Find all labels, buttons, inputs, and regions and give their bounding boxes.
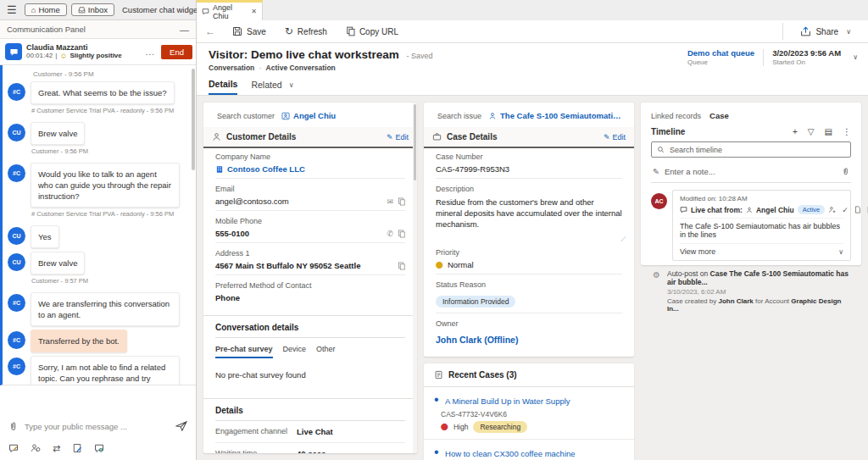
home-button[interactable]: ⌂ Home <box>25 3 67 16</box>
owner-value-link[interactable]: John Clark (Offline) <box>436 335 518 345</box>
timeline-entry-auto-post[interactable]: ⚙ Auto-post on Case The Cafe S-100 Semia… <box>653 269 851 313</box>
priority-field: Priority ⬤ Normal <box>424 244 634 276</box>
search-issue-row: Search issue The Cafe S-100 Semiautomati… <box>424 103 634 127</box>
mobile-phone-value[interactable]: 555-0100 <box>215 229 382 238</box>
add-record-icon[interactable]: + <box>793 127 798 136</box>
tab-label: Angel Chiu <box>213 3 248 20</box>
assign-person-icon[interactable] <box>828 206 836 214</box>
divider <box>763 49 764 66</box>
preferred-contact-value[interactable]: Phone <box>215 293 240 302</box>
customer-meta: Claudia Mazzanti 00:01:42 | ☺ Slightly p… <box>26 43 140 60</box>
attach-file-icon[interactable] <box>8 421 18 432</box>
tab-related[interactable]: Related ∨ <box>251 79 293 95</box>
hamburger-menu-icon[interactable]: ☰ <box>3 3 20 16</box>
refresh-button-label: Refresh <box>298 27 327 36</box>
tab-close-icon[interactable]: ✕ <box>251 8 257 15</box>
send-message-icon[interactable] <box>175 421 187 431</box>
back-button[interactable]: ← <box>198 25 222 37</box>
share-button[interactable]: Share ∨ <box>792 23 860 40</box>
timeline-entry-live-chat[interactable]: AC Modified on: 10:28 AM Live chat from:… <box>651 190 851 261</box>
tab-angel-chiu[interactable]: Angel Chiu ✕ <box>197 0 263 20</box>
resize-handle-icon[interactable]: ⟋ <box>424 236 634 244</box>
record-types-icon[interactable]: ▤ <box>825 127 832 136</box>
queue-value-link[interactable]: Demo chat queue <box>687 48 754 58</box>
message-input[interactable]: Type your public message ... <box>25 422 169 431</box>
context-label: Customer chat widget <box>122 5 200 14</box>
chat-transcript[interactable]: Customer - 9:56 PM #C Great. What seems … <box>0 65 196 385</box>
edit-case-button[interactable]: ✎ Edit <box>604 133 626 141</box>
recent-case-link[interactable]: A Mineral Build Up in Water Supply <box>445 396 570 406</box>
company-name-value-row: Contoso Coffee LLC <box>215 164 405 179</box>
address-value[interactable]: 4567 Main St Buffalo NY 95052 Seattle <box>215 261 393 270</box>
company-link[interactable]: Contoso Coffee LLC <box>215 164 305 174</box>
email-field: Email angel@contoso.com ✉ <box>203 180 417 213</box>
recent-case-item: • A Mineral Build Up in Water Supply CAS… <box>424 387 634 440</box>
timeline-search-box[interactable]: Search timeline <box>651 141 851 158</box>
view-more-row[interactable]: View more ∨ <box>680 243 843 256</box>
saved-status: - Saved <box>407 52 433 60</box>
message-meta: Customer - 9:56 PM <box>31 147 187 155</box>
save-button[interactable]: Save <box>224 23 275 40</box>
mobile-phone-label: Mobile Phone <box>215 217 405 225</box>
recent-case-link[interactable]: How to clean CX300 coffee machine <box>445 449 576 458</box>
details-section: Details Engagement channel Live Chat Wai… <box>203 398 417 453</box>
auto-post-text: for Account <box>755 297 789 305</box>
phone-call-icon[interactable]: ✆ <box>387 230 393 238</box>
auto-post-prefix: Auto-post on <box>667 269 708 278</box>
sentiment-icon: ☺ <box>59 52 67 60</box>
tab-other[interactable]: Other <box>316 345 336 358</box>
column-scrollbar[interactable] <box>413 103 417 453</box>
check-icon[interactable]: ✓ <box>842 206 849 214</box>
send-email-icon[interactable]: ✉ <box>387 197 393 206</box>
avatar: AC <box>651 193 667 209</box>
message-meta: Customer - 9:57 PM <box>31 277 187 285</box>
customer-lookup-link[interactable]: Angel Chiu <box>281 111 336 120</box>
chat-timer: 00:01:42 <box>26 52 53 60</box>
composer-toolbar: ⇄ <box>0 441 196 460</box>
customer-avatar: CU <box>8 253 25 271</box>
status-reason-label: Status Reason <box>436 280 622 289</box>
linked-records-value[interactable]: Case <box>709 111 729 120</box>
end-conversation-button[interactable]: End <box>161 45 192 59</box>
inbox-button[interactable]: Inbox <box>71 3 114 16</box>
link-chat-icon[interactable] <box>94 443 104 453</box>
refresh-button[interactable]: ↻ Refresh <box>276 22 336 41</box>
recent-case-title-row: • A Mineral Build Up in Water Supply <box>434 392 624 407</box>
notes-icon[interactable] <box>72 443 82 453</box>
document-icon[interactable] <box>854 206 861 214</box>
live-chat-contact[interactable]: Angel Chiu <box>756 206 794 214</box>
timeline-column: Linked records Case Timeline + ▽ ▤ ⋮ <box>641 103 861 453</box>
enter-note-row[interactable]: ✎ Enter a note... <box>651 163 851 183</box>
quick-replies-icon[interactable] <box>8 443 19 453</box>
edit-customer-button[interactable]: ✎ Edit <box>387 133 409 141</box>
transfer-icon[interactable]: ⇄ <box>53 443 60 454</box>
filter-icon[interactable]: ▽ <box>808 127 815 136</box>
minimize-panel-icon[interactable]: — <box>180 25 189 35</box>
tab-pre-chat-survey[interactable]: Pre-chat survey <box>215 345 273 358</box>
chevron-down-icon[interactable]: ∨ <box>853 53 858 61</box>
priority-value[interactable]: Normal <box>448 260 474 269</box>
auto-post-date: 3/10/2023, 6:02 AM <box>667 288 851 296</box>
description-value[interactable]: Residue from the customer's brew and oth… <box>436 197 622 230</box>
tab-details[interactable]: Details <box>209 79 237 95</box>
more-options-icon[interactable]: ... <box>144 47 157 57</box>
attach-file-icon[interactable] <box>842 167 849 176</box>
copy-icon[interactable] <box>398 197 405 206</box>
save-icon <box>232 26 242 36</box>
detail-value: 40 secs <box>297 449 326 453</box>
copy-url-button[interactable]: Copy URL <box>337 23 407 40</box>
chat-scrollbar[interactable] <box>192 69 195 170</box>
bullet-icon: • <box>434 392 439 407</box>
copy-icon[interactable] <box>398 262 405 270</box>
active-status-badge: Active <box>798 205 825 214</box>
message-composer: Type your public message ... <box>0 411 196 441</box>
email-value[interactable]: angel@contoso.com <box>215 197 382 206</box>
issue-lookup-link[interactable]: The Cafe S-100 Semiautomatic has air bu.… <box>488 111 624 120</box>
consult-icon[interactable] <box>31 443 41 453</box>
owner-label: Owner <box>436 319 622 328</box>
tab-device[interactable]: Device <box>283 345 307 358</box>
message-bubble: Would you like to talk to an agent who c… <box>31 163 180 208</box>
copy-icon[interactable] <box>398 230 405 238</box>
recent-case-item: • How to clean CX300 coffee machine CAS-… <box>424 440 634 460</box>
more-commands-icon[interactable]: ⋮ <box>843 127 851 136</box>
